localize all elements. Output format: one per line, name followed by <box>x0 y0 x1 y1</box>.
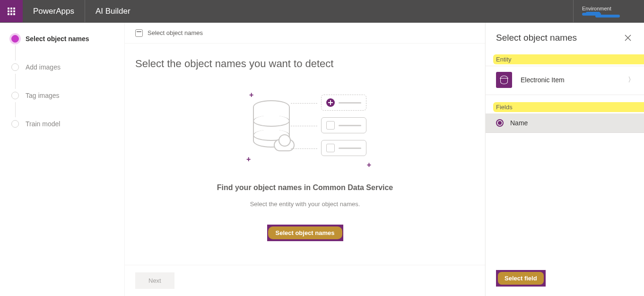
entity-name: Electronic Item <box>521 76 619 84</box>
step-add-images[interactable]: Add images <box>11 63 116 92</box>
side-panel: Select object names Entity Electronic It… <box>485 23 644 296</box>
environment-caption: Environment <box>582 6 635 11</box>
cta-subtitle: Select the entity with your object names… <box>250 200 360 208</box>
next-button[interactable]: Next <box>135 272 174 289</box>
top-nav: PowerApps AI Builder Environment <box>0 0 644 23</box>
page-title: Select the object names you want to dete… <box>135 58 475 70</box>
brand-label[interactable]: PowerApps <box>23 0 85 22</box>
waffle-icon <box>8 8 15 15</box>
section-label[interactable]: AI Builder <box>85 0 141 22</box>
step-label: Train model <box>26 120 60 128</box>
entity-row[interactable]: Electronic Item 〉 <box>486 66 644 95</box>
close-panel-button[interactable] <box>621 31 635 44</box>
main-footer: Next <box>125 265 485 296</box>
step-label: Add images <box>26 63 61 71</box>
step-train-model[interactable]: Train model <box>11 120 116 148</box>
breadcrumb: Select object names <box>125 23 485 44</box>
fields-section-label: Fields <box>496 104 644 111</box>
close-icon <box>625 35 631 41</box>
breadcrumb-text: Select object names <box>148 29 203 36</box>
step-tag-images[interactable]: Tag images <box>11 92 116 120</box>
environment-picker[interactable]: Environment <box>573 0 644 22</box>
select-object-names-button[interactable]: Select object names <box>267 225 343 241</box>
step-select-object-names[interactable]: Select object names <box>11 35 116 63</box>
entity-icon <box>135 29 143 37</box>
steps-sidebar: Select object names Add images Tag image… <box>0 23 125 296</box>
illustration: + + + <box>244 89 366 169</box>
field-row-name[interactable]: Name <box>486 113 644 133</box>
step-dot-icon <box>11 35 19 43</box>
step-dot-icon <box>11 120 19 128</box>
step-label: Tag images <box>26 92 60 99</box>
step-dot-icon <box>11 92 19 99</box>
select-field-button[interactable]: Select field <box>496 270 546 287</box>
selected-radio-icon <box>496 119 504 127</box>
environment-value-redacted <box>582 12 620 18</box>
entity-section-label: Entity <box>496 56 644 63</box>
step-dot-icon <box>11 63 19 71</box>
chevron-right-icon: 〉 <box>628 76 635 84</box>
main-content: Select object names Select the object na… <box>125 23 485 296</box>
panel-title: Select object names <box>496 33 577 43</box>
app-launcher-button[interactable] <box>0 0 23 22</box>
step-label: Select object names <box>26 35 89 43</box>
field-label: Name <box>510 119 528 127</box>
cta-title: Find your object names in Common Data Se… <box>217 183 393 192</box>
database-icon <box>496 72 512 88</box>
